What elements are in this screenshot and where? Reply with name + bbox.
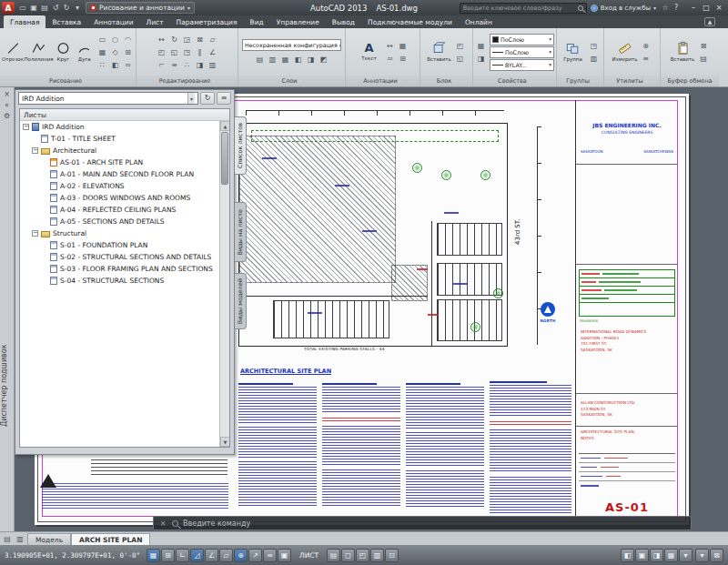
tool-icon[interactable]: ▭ [17,3,28,14]
tool-icon[interactable]: ▾ [695,549,709,562]
tool-icon[interactable]: ▱ [207,34,218,45]
tool-icon[interactable]: ◰ [454,40,466,52]
ribbon-tab[interactable]: Управление [270,15,326,28]
tool-icon[interactable]: ◨ [194,59,206,71]
tool-icon[interactable]: ▤ [254,54,266,66]
tool-icon[interactable]: ↻ [168,34,180,45]
palette-side-tab[interactable]: Виды на листе [235,202,247,262]
search-input[interactable]: Введите ключевое слово/фразу [460,3,587,14]
tool-icon[interactable]: ⌐ [156,59,167,71]
tool-icon[interactable]: ∴ [181,59,193,71]
tool-icon[interactable]: ▤ [698,53,710,65]
sheet-options-button[interactable]: ≡ [217,92,231,105]
tool-icon[interactable]: ▣ [635,549,649,562]
paste-tool[interactable]: Вставить [671,41,695,62]
tool-icon[interactable]: ◇ [109,46,121,58]
tool-icon[interactable]: ▤ [39,3,50,14]
palette-side-tab[interactable]: Список листов [235,116,247,175]
ribbon-tab[interactable]: Параметризация [170,15,244,28]
palette-dock-bar[interactable]: ×«⚙ Диспетчер подшивок [0,87,15,531]
scroll-up-icon[interactable]: ▲ [220,121,230,131]
tool-icon[interactable]: ↗ [248,549,262,562]
workspace-switcher[interactable]: Рисование и аннотации ▾ [86,2,195,14]
tool-icon[interactable]: ↔ [384,40,396,52]
tool-icon[interactable]: ▣ [28,3,39,14]
palette-side-tab[interactable]: Виды моделей [235,273,247,329]
sheet-tree-item[interactable]: −Structural [20,227,229,239]
tool-icon[interactable]: ⊡ [385,549,399,562]
tool-icon[interactable]: ◨ [475,53,487,65]
search-icon[interactable] [578,5,583,11]
panel-title-block[interactable]: Блок▾ [420,76,472,86]
tool-icon[interactable]: ▦ [475,40,487,52]
layout-tab[interactable]: ARCH SITE PLAN [71,533,150,545]
sheet-tree-item[interactable]: −Architectural [20,145,229,156]
polyline-tool[interactable]: Полилиния [26,41,51,62]
tool-icon[interactable]: ◠ [122,34,134,45]
ribbon-tab[interactable]: Главная [4,15,46,28]
tool-icon[interactable]: ↻ [61,3,72,14]
sheet-tree-item[interactable]: T-01 - TITLE SHEET [20,133,229,145]
tool-icon[interactable]: ▥ [267,54,278,66]
sheet-tree-item[interactable]: A-02 - ELEVATIONS [20,180,229,192]
tool-icon[interactable]: ▦ [397,40,409,52]
tool-icon[interactable]: ∟ [176,549,189,562]
text-tool[interactable]: A Текст [357,42,381,61]
tool-icon[interactable]: ▦ [96,46,108,58]
tool-icon[interactable]: ↺ [50,3,61,14]
tool-icon[interactable]: ≡ [263,549,277,562]
layer-config-combo[interactable]: Несохраненная конфигурация сло...▾ [242,39,341,51]
tool-icon[interactable]: ☆ [660,3,671,14]
layout-tab[interactable]: Модель [27,533,71,545]
ribbon-tab[interactable]: Вставка [46,15,87,28]
tool-icon[interactable]: ∠ [207,46,218,58]
close-button[interactable]: × [714,4,723,12]
tool-icon[interactable]: ▾ [72,3,83,14]
panel-title-groups[interactable]: Группы▾ [557,76,603,86]
tool-icon[interactable]: ◳ [588,40,600,52]
tool-icon[interactable]: ∠ [205,549,218,562]
sheet-tree-item[interactable]: S-03 - FLOOR FRAMING PLAN AND SECTIONS [20,263,229,275]
tool-icon[interactable]: ▱ [219,549,233,562]
ribbon-tab[interactable]: Аннотации [87,15,139,28]
autocad-logo-icon[interactable]: A [2,2,15,14]
tool-icon[interactable]: ? [671,3,682,14]
tool-icon[interactable]: ◨ [305,54,317,66]
tool-icon[interactable]: ▤ [327,549,340,562]
tool-icon[interactable]: ◰ [156,46,167,58]
lineweight-combo[interactable]: ПоСлою▾ [490,46,554,58]
tool-icon[interactable]: « [2,100,13,111]
sheet-tree-item[interactable]: S-04 - STRUCTURAL SECTIONS [20,275,229,287]
command-line[interactable]: × Введите команду [153,516,692,530]
tool-icon[interactable]: × [2,89,13,100]
refresh-button[interactable]: ↻ [200,92,215,105]
minimize-button[interactable]: – [689,4,698,12]
ribbon-tab[interactable]: Онлайн [459,15,499,28]
panel-title-properties[interactable]: Свойства▾ [473,76,556,86]
tool-icon[interactable]: ▥ [370,549,384,562]
tool-icon[interactable]: ▥ [207,59,218,71]
tool-icon[interactable]: ⊕ [640,40,652,52]
tool-icon[interactable]: ◨ [650,549,663,562]
sheet-tree-item[interactable]: A-01 - MAIN AND SECOND FLOOR PLAN [20,168,229,180]
measure-tool[interactable]: Измерить [612,41,637,62]
tool-icon[interactable]: ◧ [621,549,634,562]
minimize-ribbon-button[interactable]: ▲ [704,17,715,26]
group-tool[interactable]: Группа [561,41,585,62]
signin-button[interactable]: Вход в службы ▾ [591,5,656,12]
tool-icon[interactable]: ▥ [588,53,600,65]
tool-icon[interactable]: ↔ [156,34,167,45]
panel-title-clipboard[interactable]: Буфер обмена [661,76,719,86]
tool-icon[interactable]: ≡ [168,59,180,71]
color-combo[interactable]: ПоСлою▾ [490,34,554,45]
line-tool[interactable]: Отрезок [2,41,24,62]
sheet-tree-item[interactable]: S-01 - FOUNDATION PLAN [20,239,229,251]
tool-icon[interactable]: ◿ [190,549,204,562]
drawing-canvas[interactable]: NORTH 43rd ST. TOTAL EXISTING PARKING ST… [0,87,728,531]
panel-title-utilities[interactable]: Утилиты▾ [604,76,660,86]
tool-icon[interactable]: ▦ [147,549,160,562]
tool-icon[interactable]: ◲ [181,34,193,45]
tool-icon[interactable]: ∷ [96,59,108,71]
close-icon[interactable]: × [158,520,167,528]
ribbon-tab[interactable]: Вывод [326,15,361,28]
